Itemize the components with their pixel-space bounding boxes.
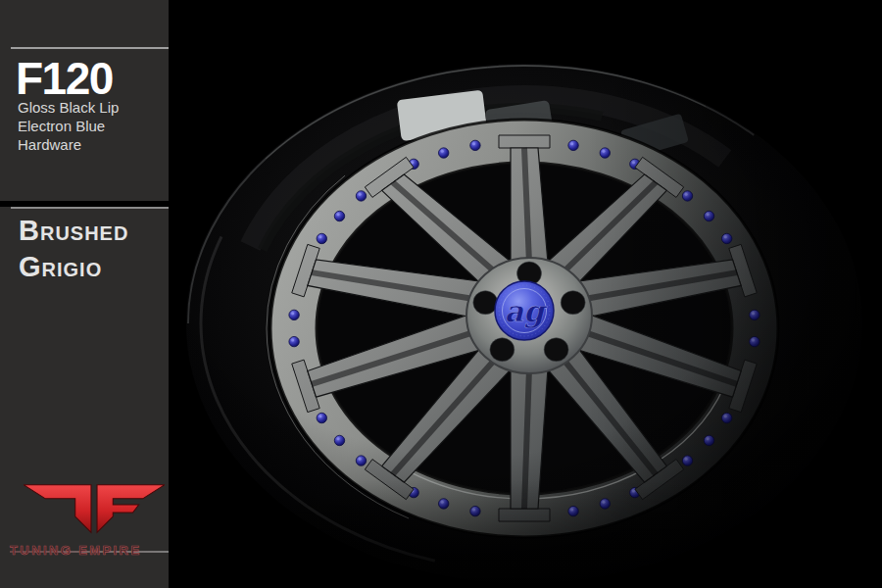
divider-line-top (11, 47, 169, 49)
finish-name: BRUSHED GRIGIO (19, 215, 128, 287)
model-specs: Gloss Black Lip Electron Blue Hardware (18, 98, 169, 154)
info-panel-top: F120 Gloss Black Lip Electron Blue Hardw… (0, 0, 169, 201)
finish-line2: GRIGIO (19, 251, 128, 287)
divider-line-mid (11, 207, 169, 209)
brand-row: TUNING EMPIRE (10, 543, 169, 561)
spec-lip: Gloss Black Lip (18, 98, 169, 117)
model-name: F120 (16, 56, 113, 101)
jf-logo-right-wing (97, 485, 165, 533)
bottom-shadow (167, 480, 882, 588)
jf-logo-left-wing (24, 485, 91, 533)
brand-name: TUNING EMPIRE (10, 543, 169, 558)
jf-logo-svg (24, 482, 165, 535)
product-photo-stage: ag F120 Gloss Black Lip Electron Blue Ha… (0, 0, 882, 588)
info-panel-bottom: BRUSHED GRIGIO TUNING EMPIRE (0, 207, 169, 588)
finish-line1: BRUSHED (19, 215, 128, 251)
jf-wings-logo (24, 482, 165, 535)
spec-hardware: Electron Blue Hardware (18, 117, 169, 154)
